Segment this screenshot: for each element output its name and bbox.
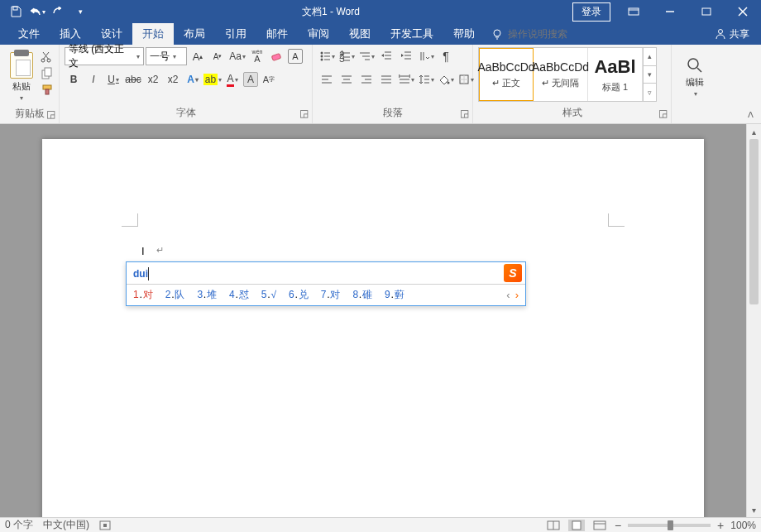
undo-button[interactable]: ▾ xyxy=(28,2,46,21)
font-color-button[interactable]: A▾ xyxy=(223,70,242,89)
page[interactable]: І ↵ dui S 1.对 2.队 3.堆 4.怼 5.√ 6.兑 7.对 8.… xyxy=(42,139,704,517)
subscript-button[interactable]: x2 xyxy=(144,70,162,89)
ime-candidate-1[interactable]: 1.对 xyxy=(133,288,154,302)
paragraph-launcher[interactable]: ◲ xyxy=(460,108,469,119)
language-status[interactable]: 中文(中国) xyxy=(43,518,89,532)
tab-developer[interactable]: 开发工具 xyxy=(380,23,443,45)
scroll-up-button[interactable]: ▴ xyxy=(747,124,761,139)
ime-candidate-2[interactable]: 2.队 xyxy=(165,288,186,302)
multilevel-list-button[interactable]: ▾ xyxy=(357,47,376,65)
grow-font-button[interactable]: A▴ xyxy=(189,47,207,65)
highlight-button[interactable]: ab▾ xyxy=(203,70,222,89)
bullets-button[interactable]: ▾ xyxy=(318,47,336,65)
find-button[interactable]: 编辑 ▾ xyxy=(677,47,713,107)
line-spacing-button[interactable]: ▾ xyxy=(417,70,435,89)
cut-button[interactable] xyxy=(41,50,54,64)
qat-customize-button[interactable]: ▾ xyxy=(71,2,89,21)
tab-file[interactable]: 文件 xyxy=(8,23,50,45)
zoom-level[interactable]: 100% xyxy=(730,520,756,531)
word-count[interactable]: 0 个字 xyxy=(5,518,33,532)
login-button[interactable]: 登录 xyxy=(572,2,610,22)
phonetic-guide-button[interactable]: wénA xyxy=(248,47,266,65)
tab-mailings[interactable]: 邮件 xyxy=(256,23,298,45)
zoom-in-button[interactable]: + xyxy=(717,519,724,532)
zoom-slider[interactable] xyxy=(628,524,711,527)
style-normal[interactable]: AaBbCcDd ↵ 正文 xyxy=(479,48,534,101)
distributed-button[interactable]: ▾ xyxy=(397,70,415,89)
scroll-track[interactable] xyxy=(747,139,761,502)
document-area[interactable]: І ↵ dui S 1.对 2.队 3.堆 4.怼 5.√ 6.兑 7.对 8.… xyxy=(0,124,746,517)
align-left-button[interactable] xyxy=(318,70,336,89)
character-shading-button[interactable]: A xyxy=(243,72,258,87)
tell-me-search[interactable] xyxy=(491,28,599,40)
increase-indent-button[interactable] xyxy=(397,47,415,65)
format-painter-button[interactable] xyxy=(41,84,54,97)
font-launcher[interactable]: ◲ xyxy=(299,108,309,119)
numbering-button[interactable]: 123▾ xyxy=(337,47,356,65)
styles-scroll-down[interactable]: ▾ xyxy=(644,66,656,84)
ime-candidate-3[interactable]: 3.堆 xyxy=(197,288,218,302)
align-center-button[interactable] xyxy=(337,70,356,89)
shading-button[interactable]: ▾ xyxy=(437,70,455,89)
clipboard-launcher[interactable]: ◲ xyxy=(46,108,55,120)
ime-candidate-8[interactable]: 8.碓 xyxy=(352,288,373,302)
minimize-button[interactable] xyxy=(652,0,688,23)
close-button[interactable] xyxy=(725,0,761,23)
decrease-indent-button[interactable] xyxy=(377,47,395,65)
font-name-combo[interactable]: 等线 (西文正文▾ xyxy=(65,47,144,65)
scroll-thumb[interactable] xyxy=(749,139,759,304)
align-right-button[interactable] xyxy=(357,70,376,89)
zoom-out-button[interactable]: − xyxy=(615,519,621,532)
tab-view[interactable]: 视图 xyxy=(339,23,380,45)
ribbon-display-button[interactable] xyxy=(615,0,652,23)
copy-button[interactable] xyxy=(41,67,54,80)
font-size-combo[interactable]: 一号▾ xyxy=(146,47,187,65)
styles-expand[interactable]: ▿ xyxy=(644,84,656,101)
borders-button[interactable]: ▾ xyxy=(457,70,475,89)
vertical-scrollbar[interactable]: ▴ ▾ xyxy=(746,124,761,517)
ime-candidate-9[interactable]: 9.薱 xyxy=(385,288,405,302)
ime-candidate-7[interactable]: 7.对 xyxy=(321,288,342,302)
enclose-characters-button[interactable]: A xyxy=(288,49,303,64)
scroll-down-button[interactable]: ▾ xyxy=(747,502,761,517)
macro-status[interactable] xyxy=(99,520,111,530)
strikethrough-button[interactable]: abc xyxy=(124,70,142,89)
tab-references[interactable]: 引用 xyxy=(215,23,256,45)
change-case-button[interactable]: Aa▾ xyxy=(228,47,246,65)
character-border-button[interactable]: A字 xyxy=(260,70,278,89)
collapse-ribbon-button[interactable]: ᐱ xyxy=(743,107,758,122)
tab-review[interactable]: 审阅 xyxy=(298,23,339,45)
share-button[interactable]: 共享 xyxy=(715,27,749,41)
tell-me-input[interactable] xyxy=(508,28,599,40)
superscript-button[interactable]: x2 xyxy=(164,70,182,89)
ime-prev-page[interactable]: ‹ xyxy=(506,289,510,301)
bold-button[interactable]: B xyxy=(65,70,83,89)
print-layout-button[interactable] xyxy=(568,520,585,531)
maximize-button[interactable] xyxy=(688,0,725,23)
style-no-spacing[interactable]: AaBbCcDd ↵ 无间隔 xyxy=(534,48,588,101)
italic-button[interactable]: I xyxy=(84,70,103,89)
tab-help[interactable]: 帮助 xyxy=(443,23,485,45)
ime-candidate-6[interactable]: 6.兑 xyxy=(289,288,309,302)
show-paragraph-marks-button[interactable]: ¶ xyxy=(437,47,455,65)
tab-home[interactable]: 开始 xyxy=(132,23,174,45)
styles-scroll-up[interactable]: ▴ xyxy=(644,48,656,66)
redo-button[interactable] xyxy=(50,2,68,21)
shrink-font-button[interactable]: A▾ xyxy=(208,47,227,65)
align-justify-button[interactable] xyxy=(377,70,395,89)
text-effects-button[interactable]: A▾ xyxy=(184,70,202,89)
save-button[interactable] xyxy=(7,2,25,21)
tab-layout[interactable]: 布局 xyxy=(174,23,215,45)
ime-candidate-4[interactable]: 4.怼 xyxy=(229,288,250,302)
clear-formatting-button[interactable] xyxy=(268,47,286,65)
styles-launcher[interactable]: ◲ xyxy=(658,108,668,119)
read-mode-button[interactable] xyxy=(545,520,562,531)
web-layout-button[interactable] xyxy=(591,520,608,531)
underline-button[interactable]: U▾ xyxy=(104,70,122,89)
ime-candidate-5[interactable]: 5.√ xyxy=(261,289,277,301)
zoom-slider-handle[interactable] xyxy=(668,520,673,530)
text-direction-button[interactable]: ▾ xyxy=(417,47,435,65)
style-heading-1[interactable]: AaBl 标题 1 xyxy=(588,48,643,101)
paste-button[interactable]: 粘贴 ▾ xyxy=(5,47,37,107)
ime-next-page[interactable]: › xyxy=(515,289,519,301)
